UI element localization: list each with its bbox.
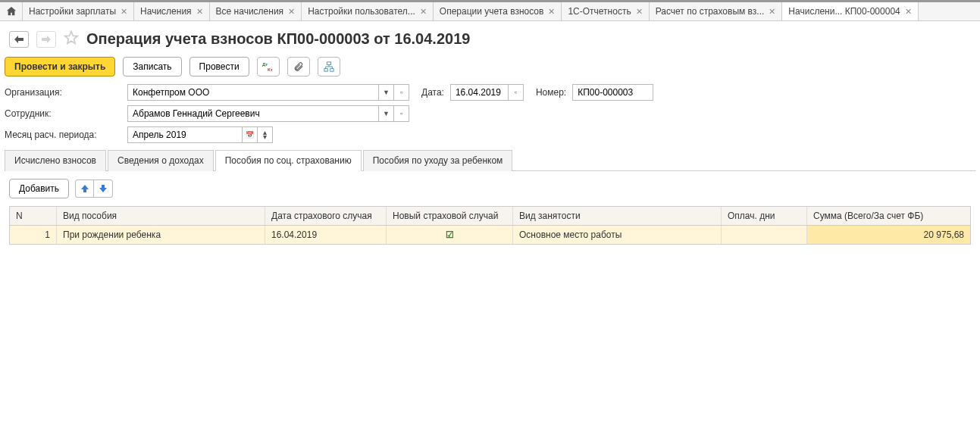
structure-button[interactable]	[318, 57, 340, 76]
tab-contribution-ops[interactable]: Операции учета взносов✕	[434, 2, 562, 20]
tab-1c-reporting[interactable]: 1С-Отчетность✕	[562, 2, 649, 20]
arrow-up-icon	[81, 185, 89, 192]
col-header-emp[interactable]: Вид занятости	[513, 207, 722, 225]
tab-calculated-contributions[interactable]: Исчислено взносов	[5, 150, 106, 171]
write-button[interactable]: Записать	[123, 57, 181, 76]
arrow-right-icon	[42, 36, 51, 43]
period-input-group: 📅 ▴▾	[127, 126, 273, 143]
employee-label: Сотрудник:	[5, 108, 127, 119]
header-row: Операция учета взносов КП00-000003 от 16…	[0, 21, 980, 54]
col-header-type[interactable]: Вид пособия	[57, 207, 265, 225]
home-icon	[6, 6, 17, 17]
number-label: Номер:	[536, 87, 566, 98]
tab-social-benefits[interactable]: Пособия по соц. страхованию	[215, 150, 362, 171]
cell-type[interactable]: При рождении ребенка	[57, 226, 265, 244]
structure-icon	[324, 61, 334, 72]
col-header-sum[interactable]: Сумма (Всего/За счет ФБ)	[807, 207, 970, 225]
number-field[interactable]	[573, 85, 653, 100]
home-tab[interactable]	[0, 2, 23, 20]
tab-settings-salary[interactable]: Настройки зарплаты✕	[23, 2, 134, 20]
cell-employment[interactable]: Основное место работы	[513, 226, 722, 244]
check-icon: ☑	[446, 229, 454, 240]
col-header-new[interactable]: Новый страховой случай	[387, 207, 513, 225]
top-tabs-bar: Настройки зарплаты✕ Начисления✕ Все начи…	[0, 0, 980, 21]
period-label: Месяц расч. периода:	[5, 130, 127, 140]
svg-text:Кт: Кт	[268, 67, 273, 72]
number-input-group	[572, 84, 653, 101]
open-icon[interactable]: ▫	[393, 106, 409, 121]
close-icon[interactable]: ✕	[288, 7, 295, 17]
org-field[interactable]	[128, 85, 378, 100]
arrow-left-icon	[14, 36, 23, 43]
cell-n[interactable]: 1	[10, 226, 57, 244]
date-field[interactable]	[451, 85, 508, 100]
cell-new-checkbox[interactable]: ☑	[387, 226, 513, 244]
cell-sum[interactable]: 20 975,68	[807, 226, 970, 244]
calendar-icon[interactable]: 📅	[242, 127, 257, 142]
tab-childcare-benefits[interactable]: Пособия по уходу за ребенком	[363, 150, 513, 171]
toolbar: Провести и закрыть Записать Провести ДтК…	[0, 54, 980, 84]
close-icon[interactable]: ✕	[196, 7, 203, 17]
close-icon[interactable]: ✕	[769, 7, 775, 17]
favorite-star-icon[interactable]	[64, 30, 79, 48]
move-buttons	[75, 179, 113, 198]
svg-rect-3	[324, 69, 327, 72]
close-icon[interactable]: ✕	[905, 7, 912, 17]
col-header-n[interactable]: N	[10, 207, 57, 225]
paperclip-icon	[293, 61, 304, 72]
dt-kt-button[interactable]: ДтКт	[257, 57, 280, 76]
post-button[interactable]: Провести	[189, 57, 249, 76]
nav-forward-button[interactable]	[36, 31, 56, 48]
add-button[interactable]: Добавить	[9, 179, 69, 198]
open-icon[interactable]: ▫	[393, 85, 409, 100]
nav-back-button[interactable]	[9, 31, 29, 48]
employee-field[interactable]	[128, 106, 378, 121]
col-header-date[interactable]: Дата страхового случая	[265, 207, 387, 225]
sub-toolbar: Добавить	[0, 171, 980, 206]
tab-user-settings[interactable]: Настройки пользовател...✕	[302, 2, 434, 20]
date-input-group: ▫	[450, 84, 524, 101]
cell-days[interactable]	[722, 226, 807, 244]
employee-input-group: ▼ ▫	[127, 105, 409, 122]
org-label: Организация:	[5, 87, 127, 98]
close-icon[interactable]: ✕	[121, 7, 127, 17]
benefits-grid: N Вид пособия Дата страхового случая Нов…	[9, 206, 971, 245]
svg-rect-2	[327, 62, 330, 65]
attach-button[interactable]	[287, 57, 310, 76]
tab-income-info[interactable]: Сведения о доходах	[108, 150, 214, 171]
tab-accrual-kp00[interactable]: Начислени... КП00-000004✕	[782, 2, 918, 20]
arrow-down-icon	[99, 185, 107, 192]
close-icon[interactable]: ✕	[420, 7, 427, 17]
dt-kt-icon: ДтКт	[262, 61, 274, 72]
calendar-icon[interactable]: ▫	[508, 85, 523, 100]
spinner-icon[interactable]: ▴▾	[257, 127, 272, 142]
dropdown-icon[interactable]: ▼	[378, 85, 393, 100]
close-icon[interactable]: ✕	[548, 7, 555, 17]
content-tabs: Исчислено взносов Сведения о доходах Пос…	[5, 149, 975, 171]
post-and-close-button[interactable]: Провести и закрыть	[5, 57, 115, 76]
move-up-button[interactable]	[76, 180, 94, 197]
grid-header: N Вид пособия Дата страхового случая Нов…	[10, 207, 970, 226]
svg-rect-4	[330, 69, 333, 72]
svg-text:Дт: Дт	[262, 62, 268, 67]
col-header-days[interactable]: Оплач. дни	[722, 207, 807, 225]
table-row[interactable]: 1 При рождении ребенка 16.04.2019 ☑ Осно…	[10, 226, 970, 244]
period-field[interactable]	[128, 127, 242, 142]
form-area: Организация: ▼ ▫ Дата: ▫ Номер: Сотрудни…	[0, 84, 980, 171]
cell-date[interactable]: 16.04.2019	[265, 226, 387, 244]
page-title: Операция учета взносов КП00-000003 от 16…	[86, 30, 470, 48]
dropdown-icon[interactable]: ▼	[378, 106, 393, 121]
move-down-button[interactable]	[94, 180, 112, 197]
org-input-group: ▼ ▫	[127, 84, 409, 101]
tab-accruals[interactable]: Начисления✕	[134, 2, 210, 20]
close-icon[interactable]: ✕	[636, 7, 643, 17]
tab-insurance-calc[interactable]: Расчет по страховым вз...✕	[650, 2, 783, 20]
date-label: Дата:	[421, 87, 444, 98]
tab-all-accruals[interactable]: Все начисления✕	[210, 2, 302, 20]
